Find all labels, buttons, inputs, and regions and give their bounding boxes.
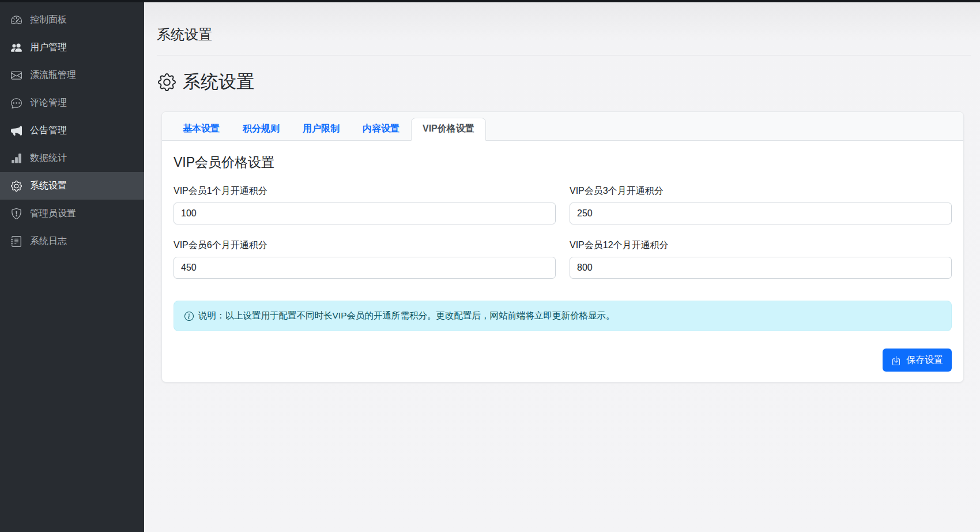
speedometer-icon: [11, 14, 22, 25]
form-group-vip-6-month: VIP会员6个月开通积分: [174, 239, 556, 279]
sidebar-item-label: 用户管理: [30, 42, 67, 54]
vip-price-form: VIP会员1个月开通积分 VIP会员3个月开通积分 VIP会员6个月开通积分 V…: [174, 185, 952, 279]
form-group-vip-12-month: VIP会员12个月开通积分: [570, 239, 952, 279]
sidebar-item-label: 评论管理: [30, 97, 67, 109]
vip-1-month-label: VIP会员1个月开通积分: [174, 185, 556, 197]
chat-dots-icon: [11, 98, 22, 108]
save-settings-label: 保存设置: [906, 354, 943, 366]
info-circle-icon: [184, 312, 194, 321]
vip-12-month-input[interactable]: [570, 257, 952, 279]
save-icon: [891, 355, 901, 365]
sidebar-item-label: 系统日志: [30, 235, 67, 248]
sidebar-item-label: 公告管理: [30, 125, 67, 137]
app-window: 控制面板 用户管理 漂流瓶管理 评论管理 公告管理: [0, 0, 980, 532]
sidebar-item-label: 数据统计: [30, 152, 67, 164]
top-accent-bar: [0, 0, 980, 2]
envelope-icon: [11, 70, 22, 81]
sidebar-item-bottles[interactable]: 漂流瓶管理: [0, 61, 144, 89]
megaphone-icon: [11, 125, 22, 136]
sidebar-item-label: 控制面板: [30, 14, 67, 26]
vip-12-month-label: VIP会员12个月开通积分: [570, 239, 952, 252]
sidebar-item-comments[interactable]: 评论管理: [0, 89, 144, 117]
save-settings-button[interactable]: 保存设置: [883, 349, 952, 372]
tab-basic-settings[interactable]: 基本设置: [171, 118, 231, 141]
sidebar-item-announcements[interactable]: 公告管理: [0, 117, 144, 144]
vip-1-month-input[interactable]: [174, 203, 556, 224]
tab-panel-vip-prices: VIP会员价格设置 VIP会员1个月开通积分 VIP会员3个月开通积分 VIP会…: [162, 141, 963, 382]
main-content: 系统设置 系统设置 基本设置 积分规则 用户限制 内容设置 VIP价格设置 VI…: [144, 0, 980, 532]
form-group-vip-1-month: VIP会员1个月开通积分: [174, 185, 556, 224]
sidebar: 控制面板 用户管理 漂流瓶管理 评论管理 公告管理: [0, 0, 144, 532]
users-icon: [11, 42, 22, 53]
sidebar-item-statistics[interactable]: 数据统计: [0, 144, 144, 172]
tab-content-settings[interactable]: 内容设置: [351, 118, 411, 141]
sidebar-item-system-logs[interactable]: 系统日志: [0, 227, 144, 255]
bar-chart-icon: [11, 153, 22, 164]
sidebar-item-label: 系统设置: [30, 180, 67, 192]
info-alert-text: 说明：以上设置用于配置不同时长VIP会员的开通所需积分。更改配置后，网站前端将立…: [198, 310, 615, 322]
sidebar-item-admin-settings[interactable]: 管理员设置: [0, 200, 144, 227]
settings-card: 基本设置 积分规则 用户限制 内容设置 VIP价格设置 VIP会员价格设置 VI…: [161, 111, 964, 383]
tab-points-rules[interactable]: 积分规则: [231, 118, 291, 141]
vip-6-month-label: VIP会员6个月开通积分: [174, 239, 556, 252]
vip-3-month-label: VIP会员3个月开通积分: [570, 185, 952, 197]
vip-6-month-input[interactable]: [174, 257, 556, 279]
tab-user-limits[interactable]: 用户限制: [291, 118, 351, 141]
gear-icon: [11, 181, 22, 192]
card-heading-label: 系统设置: [183, 70, 254, 94]
form-actions: 保存设置: [174, 349, 952, 372]
sidebar-item-dashboard[interactable]: 控制面板: [0, 6, 144, 33]
journal-icon: [11, 236, 22, 247]
gear-heading-icon: [158, 73, 176, 91]
sidebar-item-users[interactable]: 用户管理: [0, 33, 144, 61]
info-alert: 说明：以上设置用于配置不同时长VIP会员的开通所需积分。更改配置后，网站前端将立…: [174, 301, 952, 331]
header-divider: [157, 55, 971, 55]
sidebar-item-system-settings[interactable]: 系统设置: [0, 172, 144, 200]
section-title: VIP会员价格设置: [174, 153, 952, 171]
vip-3-month-input[interactable]: [570, 203, 952, 224]
card-heading: 系统设置: [158, 70, 971, 94]
tab-bar: 基本设置 积分规则 用户限制 内容设置 VIP价格设置: [162, 112, 963, 141]
form-group-vip-3-month: VIP会员3个月开通积分: [570, 185, 952, 224]
tab-vip-price-settings[interactable]: VIP价格设置: [411, 118, 486, 141]
sidebar-item-label: 管理员设置: [30, 208, 76, 220]
sidebar-item-label: 漂流瓶管理: [30, 69, 76, 81]
shield-icon: [11, 208, 22, 219]
page-title: 系统设置: [157, 25, 971, 44]
